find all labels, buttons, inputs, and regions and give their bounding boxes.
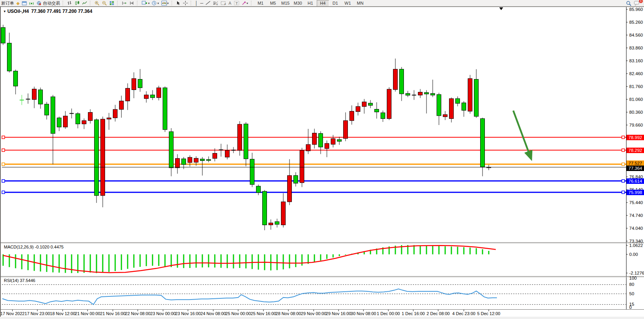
trendline-tool-icon[interactable] bbox=[204, 0, 212, 6]
macd-panel: 1.06220.00-2.1276 bbox=[3, 243, 644, 275]
fibonacci-tool-icon[interactable]: E bbox=[212, 0, 219, 6]
svg-text:E: E bbox=[216, 3, 218, 5]
indicators-button[interactable]: ▾ bbox=[160, 0, 170, 6]
price-axis[interactable]: 85.96085.26084.56083.86083.16082.46081.7… bbox=[626, 7, 644, 243]
new-chart-button[interactable]: ▾ bbox=[140, 0, 151, 6]
timeframe-m30-button[interactable]: M30 bbox=[292, 0, 304, 7]
svg-text:T: T bbox=[235, 2, 238, 5]
svg-text:80: 80 bbox=[629, 282, 634, 287]
chart-shift-icon[interactable] bbox=[128, 0, 135, 6]
svg-text:29 Nov 16:00: 29 Nov 16:00 bbox=[326, 311, 351, 316]
label-tool-icon[interactable]: T bbox=[233, 0, 240, 6]
svg-text:84.560: 84.560 bbox=[629, 33, 643, 37]
zoom-in-icon[interactable] bbox=[93, 0, 101, 6]
svg-text:0: 0 bbox=[629, 305, 632, 310]
svg-text:77.527: 77.527 bbox=[628, 161, 642, 166]
new-order-button[interactable]: 新订单 bbox=[0, 0, 15, 6]
svg-text:81.060: 81.060 bbox=[629, 97, 643, 102]
chart-plot-area[interactable]: 85.96085.26084.56083.86083.16082.46081.7… bbox=[1, 7, 644, 317]
svg-text:1 Dec 00:00: 1 Dec 00:00 bbox=[377, 311, 400, 316]
candlestick-chart-icon[interactable] bbox=[74, 0, 81, 6]
svg-text:83.860: 83.860 bbox=[629, 46, 643, 50]
notifications-icon[interactable]: 1 bbox=[633, 0, 641, 6]
toolbar-separator bbox=[172, 1, 174, 5]
zoom-out-icon[interactable] bbox=[101, 0, 108, 6]
chart-shift-marker bbox=[499, 7, 503, 10]
vertical-line-tool-icon[interactable]: │ bbox=[194, 0, 199, 6]
svg-text:100: 100 bbox=[629, 276, 637, 280]
svg-text:17 Nov 2022: 17 Nov 2022 bbox=[1, 311, 25, 316]
periods-button[interactable]: ▾ bbox=[151, 0, 160, 6]
svg-text:1 Dec 16:00: 1 Dec 16:00 bbox=[402, 311, 425, 316]
line-chart-icon[interactable] bbox=[81, 0, 88, 6]
svg-text:0.00: 0.00 bbox=[629, 252, 638, 257]
svg-text:74.740: 74.740 bbox=[629, 213, 643, 218]
time-axis[interactable]: 17 Nov 202217 Nov 23:0018 Nov 12:0021 No… bbox=[1, 310, 500, 316]
timeframe-h1-button[interactable]: H1 bbox=[304, 0, 317, 7]
timeframe-mn-button[interactable]: MN bbox=[354, 0, 367, 7]
main-toolbar: 新订单 ◆ 自动交易 bbox=[0, 0, 644, 7]
chart-window[interactable]: ▼USOil-,H477.360 77.491 77.200 77.364 MA… bbox=[0, 6, 644, 317]
collapse-triangle-icon[interactable]: ▼ bbox=[3, 10, 6, 13]
svg-text:74.040: 74.040 bbox=[629, 226, 643, 231]
tile-windows-icon[interactable] bbox=[108, 0, 116, 6]
toolbar-separator bbox=[63, 1, 65, 5]
candlesticks bbox=[1, 25, 491, 231]
svg-text:22 Nov 08:00: 22 Nov 08:00 bbox=[125, 311, 150, 316]
svg-text:23 Nov 16:00: 23 Nov 16:00 bbox=[175, 311, 200, 316]
timeframe-m1-button[interactable]: M1 bbox=[254, 0, 267, 7]
svg-text:85.260: 85.260 bbox=[629, 20, 643, 25]
signals-icon[interactable] bbox=[28, 0, 35, 6]
timeframe-m5-button[interactable]: M5 bbox=[267, 0, 279, 7]
new-order-label: 新订单 bbox=[1, 0, 14, 6]
mt4-terminal: 新订单 ◆ 自动交易 bbox=[0, 0, 644, 319]
text-tool-icon[interactable]: A bbox=[227, 0, 232, 6]
autotrade-button[interactable]: 自动交易 bbox=[35, 0, 61, 6]
svg-text:85.960: 85.960 bbox=[629, 7, 643, 12]
svg-text:83.160: 83.160 bbox=[629, 58, 643, 63]
timeframe-m15-button[interactable]: M15 bbox=[279, 0, 292, 7]
toolbar-separator bbox=[191, 1, 193, 5]
svg-text:28 Nov 08:00: 28 Nov 08:00 bbox=[275, 311, 301, 316]
svg-text:24 Nov 08:00: 24 Nov 08:00 bbox=[200, 311, 226, 316]
svg-text:1.0622: 1.0622 bbox=[629, 243, 643, 248]
svg-text:18 Nov 12:00: 18 Nov 12:00 bbox=[50, 311, 75, 316]
cursor-tool-icon[interactable] bbox=[175, 0, 182, 6]
timeframe-d1-button[interactable]: D1 bbox=[329, 0, 342, 7]
svg-text:17 Nov 23:00: 17 Nov 23:00 bbox=[25, 311, 50, 316]
svg-text:5 Dec 12:00: 5 Dec 12:00 bbox=[477, 311, 500, 316]
market-watch-icon[interactable] bbox=[21, 0, 28, 6]
auto-scroll-icon[interactable] bbox=[121, 0, 128, 6]
toolbar-separator bbox=[90, 1, 92, 5]
crosshair-tool-icon[interactable] bbox=[182, 0, 189, 6]
svg-text:76.614: 76.614 bbox=[628, 179, 642, 183]
trend-arrow-annotation[interactable] bbox=[513, 111, 531, 158]
svg-text:25 Nov 16:00: 25 Nov 16:00 bbox=[251, 311, 276, 316]
chart-symbol-line: ▼USOil-,H477.360 77.491 77.200 77.364 bbox=[3, 9, 92, 14]
metaeditor-icon[interactable]: ◆ bbox=[15, 0, 21, 6]
search-icon[interactable] bbox=[625, 0, 633, 6]
rsi-label: RSI(14) 37.5446 bbox=[4, 278, 35, 283]
arrows-tool-button[interactable]: ▾ bbox=[240, 0, 249, 6]
svg-text:50: 50 bbox=[629, 291, 634, 296]
bar-chart-icon[interactable] bbox=[66, 0, 74, 6]
toolbar-separator bbox=[137, 1, 139, 5]
rsi-panel: 1008050150 bbox=[2, 276, 637, 310]
svg-text:77.364: 77.364 bbox=[628, 166, 642, 171]
channel-tool-icon[interactable]: F bbox=[219, 0, 227, 6]
svg-text:4 Dec 23:00: 4 Dec 23:00 bbox=[452, 311, 475, 316]
svg-text:2 Dec 08:00: 2 Dec 08:00 bbox=[426, 311, 449, 316]
timeframe-w1-button[interactable]: W1 bbox=[342, 0, 354, 7]
svg-text:78.992: 78.992 bbox=[628, 135, 642, 140]
svg-text:80.360: 80.360 bbox=[629, 110, 643, 115]
symbol-period: USOil-,H4 bbox=[7, 9, 29, 14]
autotrade-label: 自动交易 bbox=[43, 0, 60, 6]
timeframe-h4-button[interactable]: H4 bbox=[317, 0, 329, 7]
svg-text:79.660: 79.660 bbox=[629, 123, 643, 127]
svg-text:21 Nov 00:00: 21 Nov 00:00 bbox=[75, 311, 100, 316]
ohlc-quote: 77.360 77.491 77.200 77.364 bbox=[31, 9, 92, 14]
horizontal-line-tool-icon[interactable]: ─ bbox=[199, 0, 204, 6]
svg-text:21 Nov 16:00: 21 Nov 16:00 bbox=[100, 311, 125, 316]
svg-text:82.460: 82.460 bbox=[629, 71, 643, 76]
svg-text:F: F bbox=[225, 3, 226, 5]
